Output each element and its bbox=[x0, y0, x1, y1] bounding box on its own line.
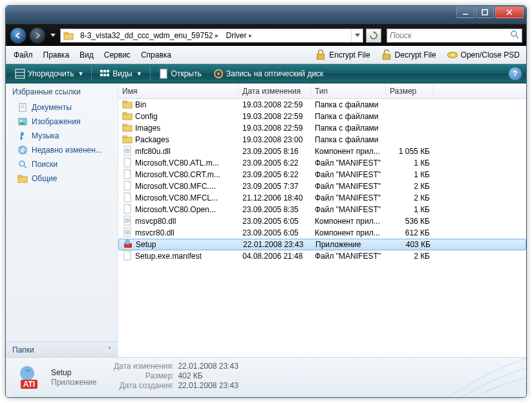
breadcrumb-1[interactable]: Driver▸ bbox=[222, 29, 255, 42]
file-row[interactable]: mfc80u.dll23.09.2005 8:16Компонент прил.… bbox=[118, 146, 526, 157]
views-button[interactable]: Виды▼ bbox=[94, 67, 147, 81]
close-button[interactable] bbox=[495, 6, 524, 18]
organize-button[interactable]: Упорядочить▼ bbox=[10, 67, 89, 81]
file-name: Microsoft.VC80.ATL.m... bbox=[135, 158, 219, 168]
svg-rect-38 bbox=[123, 101, 127, 103]
file-size: 1 КБ bbox=[386, 158, 434, 168]
column-type[interactable]: Тип bbox=[311, 83, 386, 98]
sidebar-item-3[interactable]: Недавно изменен... bbox=[6, 143, 118, 157]
details-size-value: 402 КБ bbox=[178, 371, 202, 380]
menu-edit[interactable]: Правка bbox=[38, 49, 75, 61]
burn-label: Запись на оптический диск bbox=[226, 69, 324, 78]
details-filename: Setup bbox=[51, 368, 96, 377]
refresh-button[interactable] bbox=[366, 28, 381, 43]
fav-icon bbox=[17, 159, 28, 169]
file-name: Packages bbox=[135, 135, 169, 144]
sidebar-header: Избранные ссылки bbox=[6, 83, 118, 99]
file-type: Компонент прил... bbox=[311, 217, 386, 226]
search-input[interactable] bbox=[390, 31, 510, 40]
maximize-button[interactable] bbox=[476, 6, 494, 18]
file-row[interactable]: Setup.exe.manifest04.08.2006 21:48Файл "… bbox=[118, 250, 526, 262]
file-row[interactable]: Config19.03.2008 22:59Папка с файлами bbox=[118, 111, 526, 122]
burn-button[interactable]: Запись на оптический диск bbox=[208, 67, 329, 81]
file-row[interactable]: msvcp80.dll23.09.2005 6:05Компонент прил… bbox=[118, 215, 526, 227]
details-thumbnail: ATI bbox=[12, 362, 45, 393]
fav-label: Музыка bbox=[32, 131, 59, 140]
file-row[interactable]: Microsoft.VC80.CRT.m...23.09.2005 6:22Фа… bbox=[118, 169, 526, 180]
file-date: 23.09.2005 6:05 bbox=[239, 217, 311, 226]
decrypt-file-button[interactable]: Decrypt File bbox=[377, 48, 440, 62]
search-icon bbox=[510, 30, 519, 41]
psd-label: Open/Close PSD bbox=[461, 50, 520, 60]
details-created-value: 22.01.2008 23:43 bbox=[178, 381, 238, 390]
back-button[interactable] bbox=[10, 27, 27, 44]
navbar: 8-3_vista32_dd_ccc_wdm_enu_59752▸ Driver… bbox=[6, 24, 526, 46]
svg-rect-16 bbox=[103, 70, 106, 72]
file-row[interactable]: Setup22.01.2008 23:43Приложение403 КБ bbox=[118, 239, 526, 250]
svg-rect-1 bbox=[482, 10, 487, 15]
file-row[interactable]: Microsoft.VC80.ATL.m...23.09.2005 6:22Фа… bbox=[118, 157, 526, 169]
menu-view[interactable]: Вид bbox=[74, 49, 99, 61]
svg-point-47 bbox=[127, 150, 128, 151]
file-pane: Имя Дата изменения Тип Размер Bin19.03.2… bbox=[118, 83, 526, 357]
file-date: 19.03.2008 23:00 bbox=[239, 135, 311, 144]
file-row[interactable]: Packages19.03.2008 23:00Папка с файлами bbox=[118, 134, 526, 146]
column-name[interactable]: Имя bbox=[118, 83, 239, 98]
help-button[interactable]: ? bbox=[508, 67, 522, 81]
file-type: Папка с файлами bbox=[311, 135, 386, 144]
chevron-right-icon: ▸ bbox=[249, 32, 252, 39]
address-dropdown[interactable] bbox=[351, 29, 363, 42]
file-date: 23.09.2005 6:22 bbox=[239, 170, 311, 179]
file-icon bbox=[123, 239, 133, 251]
history-dropdown[interactable] bbox=[48, 27, 58, 44]
file-icon bbox=[122, 169, 133, 181]
svg-rect-15 bbox=[100, 70, 103, 72]
sidebar-item-4[interactable]: Поиски bbox=[6, 157, 118, 171]
file-name: Setup.exe.manifest bbox=[135, 252, 202, 261]
open-button[interactable]: Открыть bbox=[153, 67, 207, 81]
menu-file[interactable]: Файл bbox=[8, 49, 38, 61]
menu-tools[interactable]: Сервис bbox=[99, 49, 136, 61]
svg-point-58 bbox=[127, 232, 128, 233]
organize-icon bbox=[15, 69, 25, 79]
file-row[interactable]: Microsoft.VC80.Open...23.09.2005 8:35Фай… bbox=[118, 204, 526, 215]
svg-line-34 bbox=[24, 166, 27, 168]
forward-button[interactable] bbox=[29, 27, 46, 44]
menu-help[interactable]: Справка bbox=[136, 49, 176, 61]
svg-rect-21 bbox=[160, 69, 167, 78]
file-row[interactable]: Microsoft.VC80.MFCL...21.12.2006 18:40Фа… bbox=[118, 192, 526, 204]
file-row[interactable]: Images19.03.2008 22:59Папка с файлами bbox=[118, 122, 526, 134]
svg-point-23 bbox=[217, 72, 220, 75]
file-size: 403 КБ bbox=[387, 240, 434, 249]
file-row[interactable]: Microsoft.VC80.MFC....23.09.2005 7:37Фай… bbox=[118, 180, 526, 192]
file-list[interactable]: Bin19.03.2008 22:59Папка с файламиConfig… bbox=[118, 99, 526, 357]
search-box[interactable] bbox=[387, 28, 522, 43]
svg-rect-20 bbox=[107, 74, 109, 76]
address-bar[interactable]: 8-3_vista32_dd_ccc_wdm_enu_59752▸ Driver… bbox=[60, 28, 363, 43]
file-type: Файл "MANIFEST" bbox=[311, 193, 386, 202]
breadcrumb-0[interactable]: 8-3_vista32_dd_ccc_wdm_enu_59752▸ bbox=[76, 29, 222, 42]
sidebar-item-2[interactable]: Музыка bbox=[6, 129, 118, 143]
sidebar-item-0[interactable]: Документы bbox=[6, 100, 118, 114]
folder-icon bbox=[62, 29, 75, 42]
file-row[interactable]: msvcr80.dll23.09.2005 6:05Компонент прил… bbox=[118, 227, 526, 239]
open-close-psd-button[interactable]: Open/Close PSD bbox=[443, 48, 524, 62]
file-icon bbox=[122, 146, 133, 158]
minimize-button[interactable] bbox=[456, 6, 474, 18]
svg-point-29 bbox=[20, 137, 23, 140]
fav-label: Документы bbox=[32, 103, 72, 112]
file-row[interactable]: Bin19.03.2008 22:59Папка с файлами bbox=[118, 99, 526, 111]
file-icon bbox=[122, 180, 133, 193]
folders-toggle[interactable]: Папки ˄ bbox=[6, 342, 118, 357]
column-date[interactable]: Дата изменения bbox=[239, 83, 311, 98]
column-size[interactable]: Размер bbox=[386, 83, 434, 98]
column-headers: Имя Дата изменения Тип Размер bbox=[118, 83, 526, 99]
sidebar-item-1[interactable]: Изображения bbox=[6, 114, 118, 129]
sidebar-item-5[interactable]: Общие bbox=[6, 171, 118, 186]
file-size: 2 КБ bbox=[386, 252, 434, 261]
views-label: Виды bbox=[112, 69, 132, 78]
file-name: mfc80u.dll bbox=[135, 147, 171, 156]
fav-label: Изображения bbox=[32, 117, 80, 126]
encrypt-file-button[interactable]: Encrypt File bbox=[311, 48, 374, 62]
file-date: 19.03.2008 22:59 bbox=[239, 100, 311, 109]
